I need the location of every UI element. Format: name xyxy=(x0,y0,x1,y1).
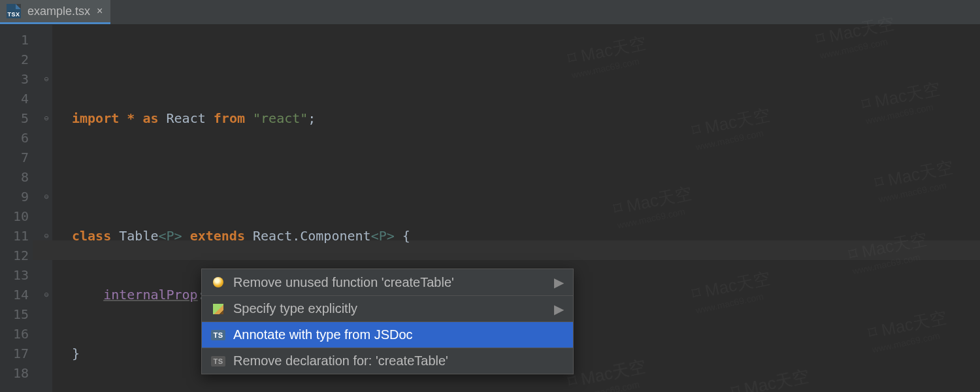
line-number: 7 xyxy=(0,148,29,167)
menu-item[interactable]: TSAnnotate with type from JSDoc xyxy=(202,321,573,348)
fold-spacer xyxy=(41,363,52,383)
file-tab[interactable]: TSX example.tsx × xyxy=(0,0,110,24)
tsx-file-icon: TSX xyxy=(7,4,21,18)
fold-toggle-icon[interactable]: ⊖ xyxy=(41,69,52,89)
fold-toggle-icon[interactable]: ⊖ xyxy=(41,187,52,206)
fold-spacer xyxy=(41,148,52,167)
menu-item[interactable]: Remove unused function 'createTable'▶ xyxy=(202,269,573,295)
fold-spacer xyxy=(41,128,52,148)
lightbulb-icon xyxy=(211,277,225,287)
line-number: 15 xyxy=(0,304,29,324)
ts-icon: TS xyxy=(211,330,225,340)
fold-spacer xyxy=(41,265,52,285)
line-number: 2 xyxy=(0,50,29,69)
line-number: 8 xyxy=(0,167,29,187)
fold-spacer xyxy=(41,50,52,69)
menu-item-label: Remove unused function 'createTable' xyxy=(233,275,454,290)
fold-spacer xyxy=(41,167,52,187)
line-number: 17 xyxy=(0,344,29,363)
pencil-icon xyxy=(211,304,225,314)
fold-spacer xyxy=(41,304,52,324)
menu-item-label: Remove declaration for: 'createTable' xyxy=(233,353,448,368)
close-icon[interactable]: × xyxy=(97,5,103,17)
line-number: 1 xyxy=(0,30,29,50)
fold-toggle-icon[interactable]: ⊖ xyxy=(41,285,52,304)
line-number: 5 xyxy=(0,108,29,128)
line-number-gutter: 123456789101112131415161718 xyxy=(0,25,41,392)
fold-spacer xyxy=(41,89,52,108)
line-number: 16 xyxy=(0,324,29,344)
line-number: 3 xyxy=(0,69,29,89)
fold-spacer xyxy=(41,30,52,50)
menu-item[interactable]: TSRemove declaration for: 'createTable' xyxy=(202,348,573,374)
intention-actions-menu: Remove unused function 'createTable'▶Spe… xyxy=(201,269,574,374)
ts-icon: TS xyxy=(211,356,225,367)
fold-spacer xyxy=(41,206,52,226)
line-number: 10 xyxy=(0,206,29,226)
fold-spacer xyxy=(41,324,52,344)
submenu-arrow-icon: ▶ xyxy=(554,274,564,290)
line-number: 12 xyxy=(0,246,29,265)
line-number: 4 xyxy=(0,89,29,108)
menu-item-label: Annotate with type from JSDoc xyxy=(233,327,413,342)
menu-item-label: Specify type explicitly xyxy=(233,301,357,316)
code-line xyxy=(72,167,980,187)
submenu-arrow-icon: ▶ xyxy=(554,301,564,317)
fold-toggle-icon[interactable]: ⊖ xyxy=(41,108,52,128)
fold-column: ⊖⊖⊖⊖⊖⊖ xyxy=(41,25,52,392)
code-line: import * as React from "react"; xyxy=(72,108,980,128)
line-number: 11 xyxy=(0,226,29,246)
tab-filename: example.tsx xyxy=(27,5,90,18)
line-number: 18 xyxy=(0,363,29,383)
line-number: 14 xyxy=(0,285,29,304)
line-number: 6 xyxy=(0,128,29,148)
line-number: 13 xyxy=(0,265,29,285)
fold-spacer xyxy=(41,344,52,363)
menu-item[interactable]: Specify type explicitly▶ xyxy=(202,295,573,321)
tab-bar: TSX example.tsx × xyxy=(0,0,980,25)
line-number: 9 xyxy=(0,187,29,206)
